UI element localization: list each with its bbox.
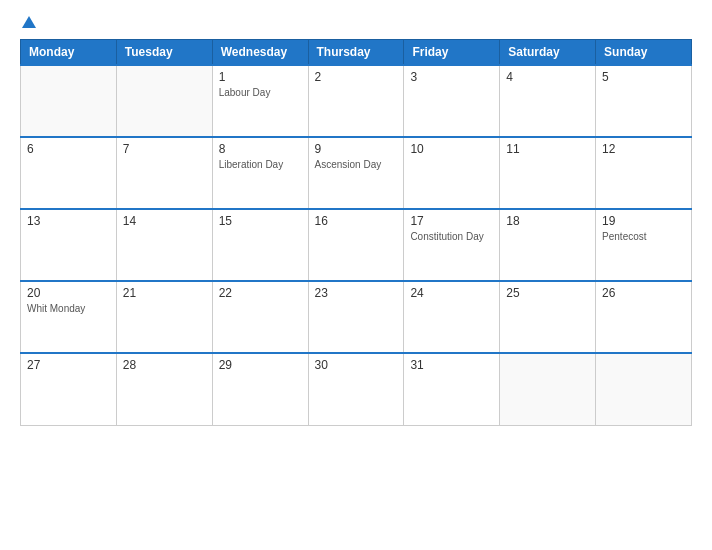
day-number: 8 <box>219 142 302 156</box>
day-number: 24 <box>410 286 493 300</box>
calendar-cell <box>500 353 596 425</box>
day-number: 29 <box>219 358 302 372</box>
day-number: 19 <box>602 214 685 228</box>
calendar-cell: 7 <box>116 137 212 209</box>
calendar-table: MondayTuesdayWednesdayThursdayFridaySatu… <box>20 39 692 426</box>
calendar-cell: 9Ascension Day <box>308 137 404 209</box>
day-number: 28 <box>123 358 206 372</box>
calendar-cell: 8Liberation Day <box>212 137 308 209</box>
day-number: 11 <box>506 142 589 156</box>
weekday-header-saturday: Saturday <box>500 40 596 66</box>
calendar-cell: 17Constitution Day <box>404 209 500 281</box>
day-number: 9 <box>315 142 398 156</box>
header <box>20 16 692 29</box>
calendar-cell: 24 <box>404 281 500 353</box>
day-number: 15 <box>219 214 302 228</box>
calendar-cell: 21 <box>116 281 212 353</box>
day-number: 5 <box>602 70 685 84</box>
calendar-cell: 13 <box>21 209 117 281</box>
weekday-header-row: MondayTuesdayWednesdayThursdayFridaySatu… <box>21 40 692 66</box>
day-number: 18 <box>506 214 589 228</box>
day-number: 30 <box>315 358 398 372</box>
calendar-cell: 22 <box>212 281 308 353</box>
holiday-label: Liberation Day <box>219 158 302 171</box>
calendar-week-row: 2728293031 <box>21 353 692 425</box>
weekday-header-wednesday: Wednesday <box>212 40 308 66</box>
page: MondayTuesdayWednesdayThursdayFridaySatu… <box>0 0 712 550</box>
holiday-label: Ascension Day <box>315 158 398 171</box>
calendar-cell <box>21 65 117 137</box>
calendar-week-row: 20Whit Monday212223242526 <box>21 281 692 353</box>
calendar-week-row: 678Liberation Day9Ascension Day101112 <box>21 137 692 209</box>
calendar-cell: 11 <box>500 137 596 209</box>
weekday-header-monday: Monday <box>21 40 117 66</box>
day-number: 6 <box>27 142 110 156</box>
calendar-cell <box>596 353 692 425</box>
day-number: 31 <box>410 358 493 372</box>
calendar-cell: 25 <box>500 281 596 353</box>
day-number: 27 <box>27 358 110 372</box>
calendar-cell: 2 <box>308 65 404 137</box>
calendar-cell: 30 <box>308 353 404 425</box>
day-number: 22 <box>219 286 302 300</box>
calendar-cell: 28 <box>116 353 212 425</box>
calendar-cell: 29 <box>212 353 308 425</box>
calendar-cell: 5 <box>596 65 692 137</box>
calendar-cell: 4 <box>500 65 596 137</box>
day-number: 13 <box>27 214 110 228</box>
calendar-week-row: 1314151617Constitution Day1819Pentecost <box>21 209 692 281</box>
holiday-label: Labour Day <box>219 86 302 99</box>
weekday-header-thursday: Thursday <box>308 40 404 66</box>
day-number: 25 <box>506 286 589 300</box>
day-number: 4 <box>506 70 589 84</box>
calendar-cell: 18 <box>500 209 596 281</box>
calendar-cell: 10 <box>404 137 500 209</box>
calendar-cell: 27 <box>21 353 117 425</box>
calendar-cell: 16 <box>308 209 404 281</box>
day-number: 10 <box>410 142 493 156</box>
day-number: 21 <box>123 286 206 300</box>
calendar-cell: 1Labour Day <box>212 65 308 137</box>
day-number: 2 <box>315 70 398 84</box>
day-number: 12 <box>602 142 685 156</box>
day-number: 3 <box>410 70 493 84</box>
calendar-cell: 31 <box>404 353 500 425</box>
holiday-label: Whit Monday <box>27 302 110 315</box>
day-number: 26 <box>602 286 685 300</box>
day-number: 16 <box>315 214 398 228</box>
weekday-header-friday: Friday <box>404 40 500 66</box>
day-number: 14 <box>123 214 206 228</box>
logo-triangle-icon <box>22 16 36 28</box>
calendar-cell: 26 <box>596 281 692 353</box>
day-number: 23 <box>315 286 398 300</box>
logo <box>20 16 36 29</box>
calendar-week-row: 1Labour Day2345 <box>21 65 692 137</box>
calendar-cell: 19Pentecost <box>596 209 692 281</box>
holiday-label: Pentecost <box>602 230 685 243</box>
calendar-cell: 12 <box>596 137 692 209</box>
calendar-cell <box>116 65 212 137</box>
calendar-cell: 23 <box>308 281 404 353</box>
day-number: 7 <box>123 142 206 156</box>
day-number: 20 <box>27 286 110 300</box>
calendar-cell: 3 <box>404 65 500 137</box>
calendar-cell: 14 <box>116 209 212 281</box>
calendar-cell: 6 <box>21 137 117 209</box>
weekday-header-tuesday: Tuesday <box>116 40 212 66</box>
calendar-cell: 20Whit Monday <box>21 281 117 353</box>
calendar-cell: 15 <box>212 209 308 281</box>
day-number: 1 <box>219 70 302 84</box>
holiday-label: Constitution Day <box>410 230 493 243</box>
logo-blue-text <box>20 16 36 29</box>
weekday-header-sunday: Sunday <box>596 40 692 66</box>
day-number: 17 <box>410 214 493 228</box>
